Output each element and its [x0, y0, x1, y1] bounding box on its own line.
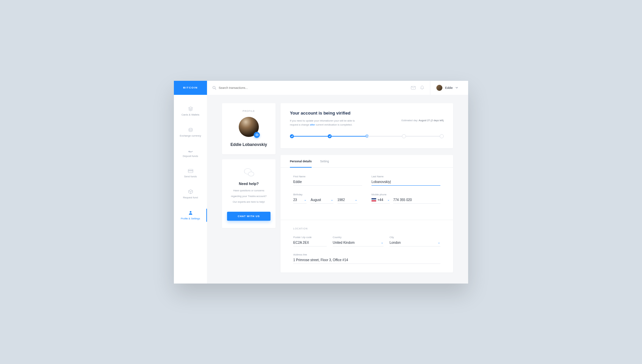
birthday-group: Birthday 23⌄ August⌄ 1982⌄ [293, 193, 362, 204]
search-wrap [212, 86, 411, 90]
nav-exchange[interactable]: Exchange currency [174, 124, 207, 141]
city-select[interactable]: City London⌄ [390, 236, 440, 246]
svg-point-0 [189, 128, 192, 129]
svg-rect-7 [255, 134, 258, 136]
birthday-day-select[interactable]: 23⌄ [293, 198, 307, 204]
chat-button[interactable]: CHAT WITH US [227, 212, 271, 221]
sidebar: BITCOIN Cards & Wallets Exchange currenc… [174, 81, 207, 284]
hand-icon [188, 149, 194, 153]
bell-icon[interactable] [420, 85, 424, 90]
svg-point-8 [256, 135, 257, 136]
help-text-2: regarding your Trastra account? [227, 194, 271, 198]
profile-name: Eddie Lobanovskiy [227, 142, 271, 147]
step-4 [402, 134, 406, 138]
progress-stepper [290, 134, 444, 138]
address-field[interactable]: Address line 1 Primrose street, Floor 3,… [293, 253, 440, 264]
profile-section-label: PROFILE [227, 110, 271, 112]
help-title: Need help? [227, 182, 271, 186]
location-section: LOCATION Postal / zip code EC2A 2EX Coun… [281, 220, 453, 272]
tabs: Personal details Setting [281, 155, 453, 168]
person-icon [188, 210, 193, 215]
col-right: Your account is being virified If you ne… [281, 103, 453, 275]
nav-request[interactable]: Request fund [174, 186, 207, 202]
top-icons [411, 85, 424, 90]
birthday-month-select[interactable]: August⌄ [311, 198, 333, 204]
chevron-down-icon [455, 87, 458, 88]
card-icon [188, 169, 193, 173]
birthday-year-select[interactable]: 1982⌄ [337, 198, 357, 204]
tab-setting[interactable]: Setting [320, 160, 329, 167]
svg-rect-2 [188, 170, 193, 171]
postal-field[interactable]: Postal / zip code EC2A 2EX [293, 236, 327, 246]
step-3 [366, 135, 368, 137]
step-1 [290, 134, 294, 138]
details-card: Personal details Setting First Name Eddi… [281, 155, 453, 272]
profile-card: PROFILE Eddie Lobanovskiy [222, 103, 276, 154]
help-text-1: Have questions or concerns [227, 189, 271, 192]
nav-profile-settings[interactable]: Profile & Settings [174, 207, 207, 223]
svg-line-5 [215, 88, 216, 89]
verify-text: If you need to update your infomationm y… [290, 119, 360, 127]
app-window: BITCOIN Cards & Wallets Exchange currenc… [174, 81, 468, 284]
mail-icon[interactable] [411, 86, 416, 89]
nav-deposit[interactable]: Deposit funds [174, 145, 207, 161]
phone-number-input[interactable]: 774 355 020 [393, 198, 440, 204]
verify-card: Your account is being virified If you ne… [281, 103, 453, 148]
stack-icon [188, 107, 193, 111]
nav: Cards & Wallets Exchange currency Deposi… [174, 95, 207, 284]
country-select[interactable]: Country United Kindom⌄ [333, 236, 384, 246]
svg-point-4 [213, 86, 215, 88]
profile-avatar [239, 117, 259, 137]
first-name-field[interactable]: First Name Eddie [293, 175, 362, 186]
box-icon [188, 189, 193, 194]
verify-title: Your account is being virified [290, 111, 444, 116]
svg-point-3 [190, 211, 191, 213]
nav-cards-wallets[interactable]: Cards & Wallets [174, 103, 207, 120]
estimated-day: Estimated day: August 27 (2 days left) [402, 119, 444, 127]
camera-icon [255, 134, 258, 136]
phone-country-select[interactable]: +44 ⌄ [371, 198, 390, 204]
help-card: Need help? Have questions or concerns re… [222, 159, 276, 228]
help-text-3: Our experts are here to help! [227, 200, 271, 204]
personal-section: First Name Eddie Last Name Lobanovskiy| … [281, 168, 453, 220]
search-input[interactable] [219, 86, 286, 89]
last-name-field[interactable]: Last Name Lobanovskiy| [371, 175, 440, 186]
search-icon [212, 86, 216, 90]
content: PROFILE Eddie Lobanovskiy Need help? Hav… [207, 95, 468, 284]
verify-link[interactable]: after [310, 123, 315, 126]
coins-icon [188, 128, 193, 132]
topbar: Eddie [207, 81, 468, 95]
step-5 [440, 134, 444, 138]
brand-logo: BITCOIN [174, 81, 207, 95]
user-menu[interactable]: Eddie [430, 81, 458, 95]
camera-button[interactable] [254, 132, 260, 138]
svg-rect-9 [256, 134, 257, 135]
user-name: Eddie [445, 86, 453, 89]
col-left: PROFILE Eddie Lobanovskiy Need help? Hav… [222, 103, 276, 275]
nav-send[interactable]: Send funds [174, 166, 207, 181]
step-2 [328, 134, 332, 138]
main: Eddie PROFILE Eddie Lobanovskiy [207, 81, 468, 284]
chat-bubbles-icon [243, 168, 255, 177]
location-title: LOCATION [293, 227, 440, 230]
uk-flag-icon [371, 198, 376, 201]
phone-group: Mobile phone +44 ⌄ 774 355 020 [371, 193, 440, 204]
avatar [436, 85, 442, 91]
tab-personal-details[interactable]: Personal details [290, 160, 312, 168]
